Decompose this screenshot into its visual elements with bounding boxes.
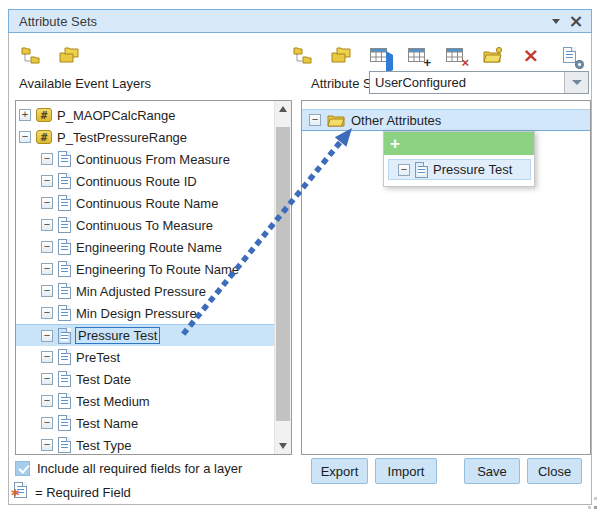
collapse-icon[interactable] — [41, 153, 53, 165]
collapse-icon — [398, 164, 410, 176]
field-icon — [58, 415, 71, 431]
document-gear-icon[interactable] — [557, 43, 581, 67]
field-icon — [58, 217, 71, 233]
collapse-icon[interactable] — [41, 175, 53, 187]
collapse-icon[interactable] — [41, 351, 53, 363]
combobox-dropdown-button[interactable] — [564, 72, 588, 93]
tree-item-test-medium[interactable]: Test Medium — [16, 390, 274, 412]
available-event-layers-label: Available Event Layers — [19, 76, 151, 91]
table-arrow-icon[interactable] — [367, 43, 391, 67]
footer-left-buttons: Export Import — [311, 458, 437, 484]
scroll-down-icon[interactable] — [275, 438, 291, 454]
collapse-icon[interactable] — [41, 219, 53, 231]
import-button[interactable]: Import — [375, 458, 437, 484]
tree-item-test-name[interactable]: Test Name — [16, 412, 274, 434]
field-icon — [58, 151, 71, 167]
open-folders-icon[interactable] — [329, 43, 353, 67]
required-field-legend: = Required Field — [35, 485, 131, 500]
tree-item-p-maopcalcrange[interactable]: P_MAOPCalcRange — [16, 104, 274, 126]
tree-item-engineering-route-name[interactable]: Engineering Route Name — [16, 236, 274, 258]
chevron-down-icon — [572, 80, 582, 85]
table-plus-icon[interactable]: + — [405, 43, 429, 67]
attribute-set-panel: Other Attributes + Pressure Test — [301, 100, 591, 455]
tree-item-continuous-to-measure[interactable]: Continuous To Measure — [16, 214, 274, 236]
field-icon — [58, 328, 71, 344]
drag-preview-item: Pressure Test — [388, 159, 531, 180]
collapse-icon[interactable] — [41, 395, 53, 407]
footer-right-buttons: Save Close — [464, 458, 582, 484]
toolbar-left-group — [19, 42, 81, 68]
attribute-sets-dialog: Attribute Sets — [8, 9, 592, 505]
field-icon — [58, 393, 71, 409]
titlebar: Attribute Sets — [8, 9, 592, 33]
scrollbar-thumb[interactable] — [276, 127, 290, 421]
screen: Attribute Sets — [0, 0, 600, 517]
toolbar: + × — [17, 42, 585, 68]
available-event-layers-panel: P_MAOPCalcRange P_TestPressureRange Cont… — [15, 100, 292, 455]
folder-label: Other Attributes — [351, 113, 441, 128]
table-x-icon[interactable]: × — [443, 43, 467, 67]
field-icon — [415, 162, 428, 178]
collapse-icon[interactable] — [41, 439, 53, 451]
open-folder-icon — [327, 114, 345, 127]
other-attributes-folder-row[interactable]: Other Attributes — [302, 109, 590, 131]
drag-preview-box: + Pressure Test — [383, 131, 535, 187]
close-icon[interactable] — [567, 10, 585, 32]
collapse-icon[interactable] — [41, 373, 53, 385]
add-icon: + — [390, 134, 400, 154]
field-icon — [58, 371, 71, 387]
layers-tree-icon[interactable] — [291, 43, 315, 67]
event-layers-tree: P_MAOPCalcRange P_TestPressureRange Cont… — [16, 101, 274, 454]
expand-icon[interactable] — [19, 109, 31, 121]
collapse-icon[interactable] — [19, 131, 31, 143]
tree-item-min-adjusted-pressure[interactable]: Min Adjusted Pressure — [16, 280, 274, 302]
tree-item-pretest[interactable]: PreTest — [16, 346, 274, 368]
check-icon — [18, 462, 29, 473]
export-button[interactable]: Export — [311, 458, 368, 484]
collapse-icon[interactable] — [41, 285, 53, 297]
dialog-title: Attribute Sets — [9, 14, 97, 29]
tree-item-continuous-from-measure[interactable]: Continuous From Measure — [16, 148, 274, 170]
collapse-icon[interactable] — [41, 417, 53, 429]
tree-item-test-type[interactable]: Test Type — [16, 434, 274, 454]
tree-item-continuous-route-id[interactable]: Continuous Route ID — [16, 170, 274, 192]
tree-item-engineering-to-route-name[interactable]: Engineering To Route Name — [16, 258, 274, 280]
tree-item-continuous-route-name[interactable]: Continuous Route Name — [16, 192, 274, 214]
tree-item-p-testpressurerange[interactable]: P_TestPressureRange — [16, 126, 274, 148]
collapse-icon[interactable] — [309, 114, 321, 126]
layers-tree-icon[interactable] — [19, 43, 43, 67]
field-icon — [58, 283, 71, 299]
field-icon — [58, 261, 71, 277]
tree-item-test-date[interactable]: Test Date — [16, 368, 274, 390]
tree-item-pressure-test-selected[interactable]: Pressure Test — [16, 324, 274, 346]
drop-allowed-bar: + — [384, 132, 534, 155]
required-field-icon: * — [14, 482, 27, 501]
collapse-icon[interactable] — [41, 307, 53, 319]
event-layer-icon — [36, 108, 52, 122]
folder-gear-icon[interactable] — [481, 43, 505, 67]
vertical-scrollbar[interactable] — [274, 101, 291, 454]
attribute-set-value: UserConfigured — [370, 72, 564, 93]
close-button[interactable]: Close — [527, 458, 582, 484]
gear-icon — [575, 60, 584, 69]
event-layer-icon — [36, 130, 52, 144]
collapse-icon[interactable] — [41, 330, 53, 342]
collapse-icon[interactable] — [41, 197, 53, 209]
resize-grip[interactable] — [585, 497, 597, 509]
checkbox-label: Include all required fields for a layer — [37, 461, 242, 476]
open-folders-icon[interactable] — [57, 43, 81, 67]
delete-x-icon[interactable] — [519, 43, 543, 67]
tree-item-min-design-pressure[interactable]: Min Design Pressure — [16, 302, 274, 324]
attribute-set-combobox[interactable]: UserConfigured — [369, 71, 589, 94]
collapse-icon[interactable] — [41, 241, 53, 253]
collapse-caret-icon[interactable] — [547, 10, 565, 32]
field-icon — [58, 437, 71, 453]
field-icon — [58, 173, 71, 189]
scroll-up-icon[interactable] — [275, 101, 291, 117]
include-required-fields-checkbox[interactable] — [15, 461, 30, 476]
field-icon — [58, 239, 71, 255]
field-icon — [58, 349, 71, 365]
collapse-icon[interactable] — [41, 263, 53, 275]
save-button[interactable]: Save — [464, 458, 520, 484]
field-icon — [58, 195, 71, 211]
